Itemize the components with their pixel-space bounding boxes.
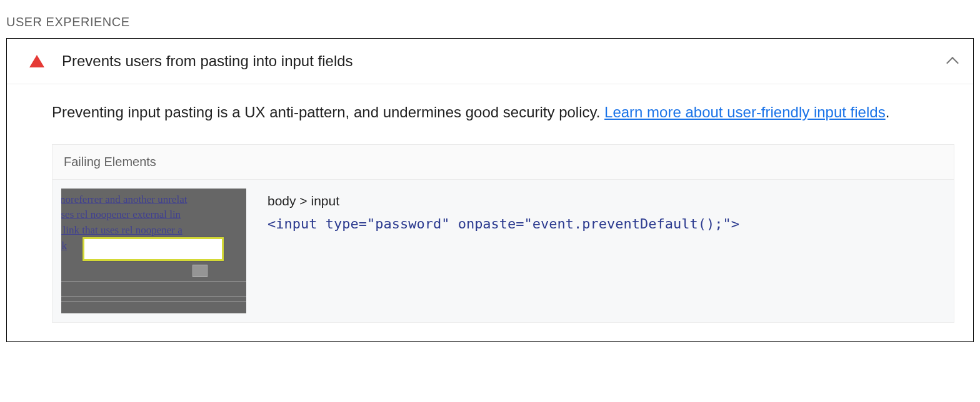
audit-header[interactable]: Prevents users from pasting into input f…: [7, 39, 973, 84]
section-label: USER EXPERIENCE: [6, 6, 974, 38]
audit-card: Prevents users from pasting into input f…: [6, 38, 974, 342]
audit-description-suffix: .: [886, 104, 890, 120]
thumbnail-text-line: t uses rel noopener external lin: [61, 208, 181, 221]
element-thumbnail[interactable]: noreferrer and another unrelat t uses re…: [61, 189, 246, 313]
audit-body: Preventing input pasting is a UX anti-pa…: [7, 84, 973, 341]
audit-title: Prevents users from pasting into input f…: [62, 52, 947, 70]
element-selector-path: body > input: [268, 194, 945, 208]
thumbnail-text-line: al link that uses rel noopener a: [61, 224, 182, 237]
element-details: body > input <input type="password" onpa…: [268, 189, 945, 313]
thumbnail-hr: [61, 301, 246, 302]
chevron-up-icon[interactable]: [947, 56, 958, 67]
audit-description: Preventing input pasting is a UX anti-pa…: [52, 98, 954, 127]
thumbnail-highlighted-input: [82, 237, 224, 261]
failing-elements-box: Failing Elements noreferrer and another …: [52, 144, 954, 323]
thumbnail-text-line: noreferrer and another unrelat: [61, 194, 187, 206]
fail-triangle-icon: [29, 55, 44, 67]
thumbnail-text-line: ok: [61, 240, 67, 252]
failing-elements-header: Failing Elements: [52, 145, 954, 180]
thumbnail-hr: [61, 296, 246, 297]
thumbnail-image-placeholder-icon: [192, 265, 208, 277]
failing-elements-row: noreferrer and another unrelat t uses re…: [52, 180, 954, 322]
thumbnail-hr: [61, 281, 246, 282]
learn-more-link[interactable]: Learn more about user-friendly input fie…: [604, 104, 886, 120]
element-code-snippet: <input type="password" onpaste="event.pr…: [268, 216, 945, 232]
audit-description-text: Preventing input pasting is a UX anti-pa…: [52, 104, 604, 120]
